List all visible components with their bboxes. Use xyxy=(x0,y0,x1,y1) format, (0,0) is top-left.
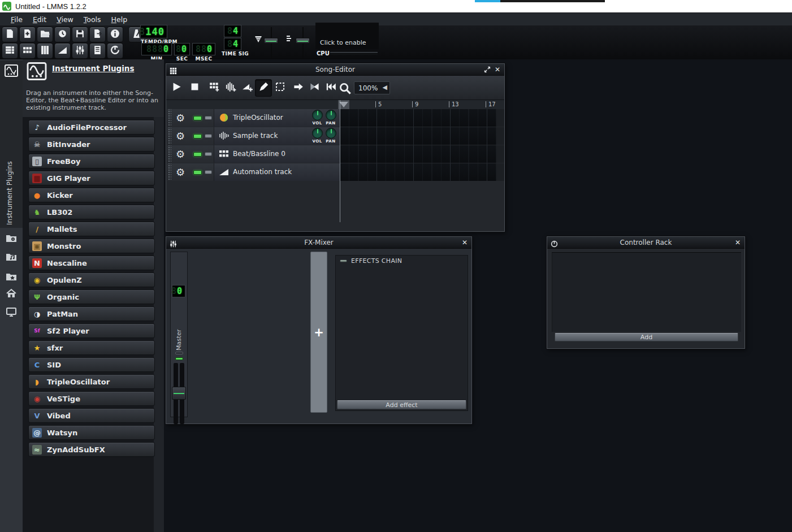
fx-master-fader[interactable] xyxy=(172,387,186,400)
sidebar-tab-my-computer[interactable] xyxy=(6,306,17,318)
open-project-button[interactable] xyxy=(37,27,53,42)
fx-mixer-button[interactable] xyxy=(72,43,88,59)
vol-knob-dial[interactable] xyxy=(312,128,323,139)
maximize-icon[interactable] xyxy=(483,66,492,74)
track-mute-led[interactable] xyxy=(193,152,202,157)
timeline-ruler[interactable]: 591317 xyxy=(166,100,504,109)
track-vol-knob[interactable]: VOL xyxy=(311,128,323,144)
track-actions-gear-icon[interactable]: ⚙ xyxy=(173,165,188,179)
piano-roll-button[interactable] xyxy=(37,43,53,59)
track-grip-handle[interactable] xyxy=(167,145,171,163)
plugin-item-opulenz[interactable]: ◉OpulenZ xyxy=(28,273,155,287)
song-editor-button[interactable] xyxy=(2,43,18,59)
close-icon[interactable]: ✕ xyxy=(460,239,469,247)
track-solo-led[interactable] xyxy=(205,170,212,174)
effects-chain-enable-led[interactable] xyxy=(340,259,347,262)
plugin-item-patman[interactable]: ◑PatMan xyxy=(28,306,155,321)
vol-knob-dial[interactable] xyxy=(312,110,323,120)
track-pan-knob[interactable]: PAN xyxy=(324,128,337,144)
track-timeline-grid[interactable] xyxy=(340,145,496,163)
track-pan-knob[interactable]: PAN xyxy=(324,110,337,126)
master-volume-slider[interactable] xyxy=(264,38,278,44)
plugin-item-lb302[interactable]: ♞LB302 xyxy=(28,205,155,219)
stop-button[interactable] xyxy=(186,79,203,97)
output-visualizer[interactable]: Click to enable xyxy=(315,23,379,49)
fx-mixer-titlebar[interactable]: FX-Mixer ✕ xyxy=(166,237,471,249)
plugin-item-organic[interactable]: ΨOrganic xyxy=(28,289,155,304)
track-name-box[interactable]: Beat/Bassline 0 xyxy=(214,145,341,163)
track-grip-handle[interactable] xyxy=(167,127,171,145)
controller-rack-titlebar[interactable]: Controller Rack ✕ xyxy=(547,237,745,249)
track-solo-led[interactable] xyxy=(205,116,212,120)
track-name-box[interactable]: Sample trackVOLPAN xyxy=(214,127,341,145)
fx-channel-mute-led[interactable] xyxy=(175,357,183,360)
track-actions-gear-icon[interactable]: ⚙ xyxy=(173,128,188,143)
sidebar-tab-my-projects[interactable] xyxy=(6,232,17,244)
timesig-numerator-lcd[interactable]: 84 xyxy=(224,25,241,37)
add-sample-track-button[interactable] xyxy=(222,79,239,97)
fx-channel-master[interactable]: 80 Master xyxy=(170,252,188,417)
menu-help[interactable]: Help xyxy=(106,14,133,25)
plugin-list-scroll-gutter[interactable] xyxy=(154,117,164,532)
track-name-box[interactable]: Automation track xyxy=(214,163,341,181)
track-grip-handle[interactable] xyxy=(167,163,171,181)
add-controller-button[interactable]: Add xyxy=(555,333,738,341)
track-vol-knob[interactable]: VOL xyxy=(311,110,323,126)
track-timeline-grid[interactable] xyxy=(340,127,496,145)
plugin-item-zynaddsubfx[interactable]: ≈ZynAddSubFX xyxy=(28,442,155,457)
plugin-item-sid[interactable]: CSID xyxy=(28,357,155,372)
track-actions-gear-icon[interactable]: ⚙ xyxy=(173,110,188,125)
plugin-item-tripleoscillator[interactable]: ◗TripleOscillator xyxy=(28,374,155,389)
plugin-item-mallets[interactable]: /Mallets xyxy=(28,222,155,236)
new-from-template-button[interactable] xyxy=(19,27,36,42)
project-notes-button[interactable] xyxy=(89,43,106,59)
rewind-button[interactable] xyxy=(322,79,339,97)
plugin-item-monstro[interactable]: ▣Monstro xyxy=(28,239,155,253)
plugin-item-gig-player[interactable]: ▦GIG Player xyxy=(28,171,155,185)
zoom-decrease-arrow-icon[interactable]: ◀ xyxy=(383,84,387,91)
master-pitch-slider[interactable] xyxy=(296,38,310,44)
plugin-item-watsyn[interactable]: @Watsyn xyxy=(28,425,155,440)
sidebar-tab-instrument-plugins[interactable]: Instrument Plugins xyxy=(0,60,23,228)
draw-mode-button[interactable] xyxy=(255,79,272,97)
track-mute-led[interactable] xyxy=(193,134,202,139)
menu-edit[interactable]: Edit xyxy=(28,14,51,25)
save-project-button[interactable] xyxy=(72,27,88,42)
track-actions-gear-icon[interactable]: ⚙ xyxy=(173,146,188,161)
whats-this-button[interactable] xyxy=(107,27,123,42)
plugin-item-bitinvader[interactable]: ☠BitInvader xyxy=(28,137,155,152)
plugin-item-sfxr[interactable]: ★sfxr xyxy=(28,340,155,355)
sidebar-tab-my-samples[interactable] xyxy=(6,251,17,262)
track-solo-led[interactable] xyxy=(205,134,212,138)
menu-view[interactable]: View xyxy=(51,14,79,25)
add-automation-track-button[interactable] xyxy=(239,79,256,97)
track-timeline-grid[interactable] xyxy=(340,109,496,127)
tempo-lcd[interactable]: 8140 xyxy=(140,25,167,38)
plugin-item-kicker[interactable]: ●Kicker xyxy=(28,188,155,202)
controller-rack-button[interactable] xyxy=(107,43,123,59)
plugin-item-audiofileprocessor[interactable]: ♪AudioFileProcessor xyxy=(28,120,155,135)
autoscroll-button[interactable] xyxy=(289,79,306,97)
pan-knob-dial[interactable] xyxy=(326,128,336,139)
track-name-box[interactable]: TripleOscillatorVOLPAN xyxy=(214,109,341,127)
plugin-item-nescaline[interactable]: NNescaline xyxy=(28,256,155,270)
automation-editor-button[interactable] xyxy=(54,43,71,59)
track-timeline-grid[interactable] xyxy=(340,163,496,181)
sidebar-tab-my-presets[interactable] xyxy=(6,271,17,282)
bb-editor-button[interactable] xyxy=(19,43,36,59)
play-button[interactable] xyxy=(168,79,185,97)
timesig-denominator-lcd[interactable]: 84 xyxy=(224,38,241,50)
pan-knob-dial[interactable] xyxy=(326,110,336,120)
add-effect-button[interactable]: Add effect xyxy=(337,400,466,409)
loop-points-button[interactable] xyxy=(306,79,323,97)
zoom-level-display[interactable]: 100% ◀ xyxy=(354,81,390,94)
menu-file[interactable]: File xyxy=(6,14,28,25)
track-mute-led[interactable] xyxy=(193,170,202,175)
close-icon[interactable]: ✕ xyxy=(493,66,502,74)
edit-mode-button[interactable] xyxy=(271,79,288,97)
export-project-button[interactable] xyxy=(89,27,106,42)
close-icon[interactable]: ✕ xyxy=(733,239,742,247)
track-grip-handle[interactable] xyxy=(167,109,171,127)
track-solo-led[interactable] xyxy=(205,152,212,156)
plugin-item-vestige[interactable]: ◉VeSTige xyxy=(28,391,155,406)
